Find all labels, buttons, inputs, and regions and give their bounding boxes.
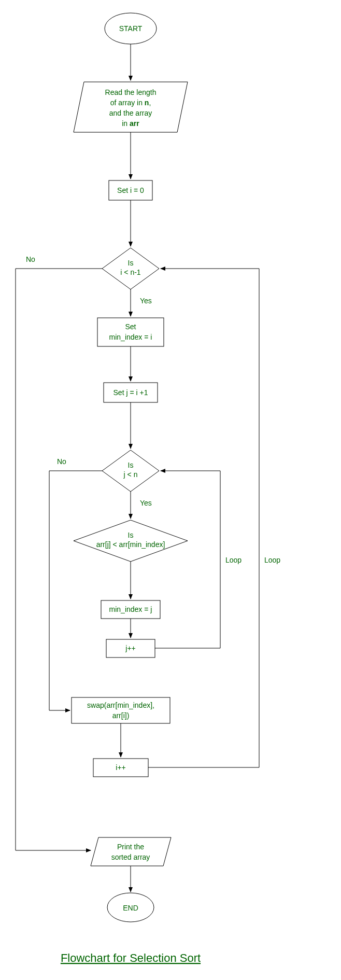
- flowchart-canvas: START Read the length of array in n, and…: [0, 0, 341, 980]
- print-line1: Print the: [117, 843, 144, 851]
- diagram-title: Flowchart for Selection Sort: [61, 951, 201, 964]
- setj-label: Set j = i +1: [113, 388, 148, 397]
- dec2-no-edge: [49, 471, 102, 710]
- dec2-line1: Is: [128, 461, 134, 469]
- dec3-line1: Is: [128, 531, 134, 539]
- jpp-label: j++: [125, 644, 135, 652]
- dec1-no-edge: [16, 269, 102, 850]
- dec3-line2: arr[j] < arr[min_index]: [96, 540, 165, 549]
- end-label: END: [123, 904, 138, 912]
- dec1-yes: Yes: [140, 297, 152, 305]
- read-line4: in arr: [122, 119, 139, 128]
- read-line3: and the array: [109, 109, 152, 117]
- swap-line1: swap(arr[min_index],: [87, 701, 154, 709]
- read-line1: Read the length: [105, 88, 157, 96]
- ipp-label: i++: [116, 763, 125, 772]
- seti-label: Set i = 0: [117, 186, 144, 194]
- print-line2: sorted array: [111, 853, 150, 861]
- swap-line2: arr[i]): [112, 711, 130, 720]
- outer-loop-edge: [148, 269, 259, 767]
- minj-label: min_index = j: [109, 605, 152, 613]
- dec2-yes: Yes: [140, 499, 152, 507]
- dec2-no: No: [57, 457, 66, 466]
- setmin-line1: Set: [125, 323, 136, 331]
- print-node: [91, 837, 171, 866]
- read-line2: of array in n,: [110, 99, 151, 107]
- outer-loop-label: Loop: [264, 556, 280, 564]
- dec2-line2: j < n: [123, 470, 138, 479]
- inner-loop-edge: [155, 471, 220, 648]
- start-label: START: [119, 24, 143, 33]
- setmin-line2: min_index = i: [109, 333, 152, 341]
- inner-loop-label: Loop: [225, 556, 241, 564]
- dec1-line2: i < n-1: [120, 268, 141, 276]
- dec1-no: No: [26, 255, 35, 263]
- dec1-line1: Is: [128, 259, 134, 267]
